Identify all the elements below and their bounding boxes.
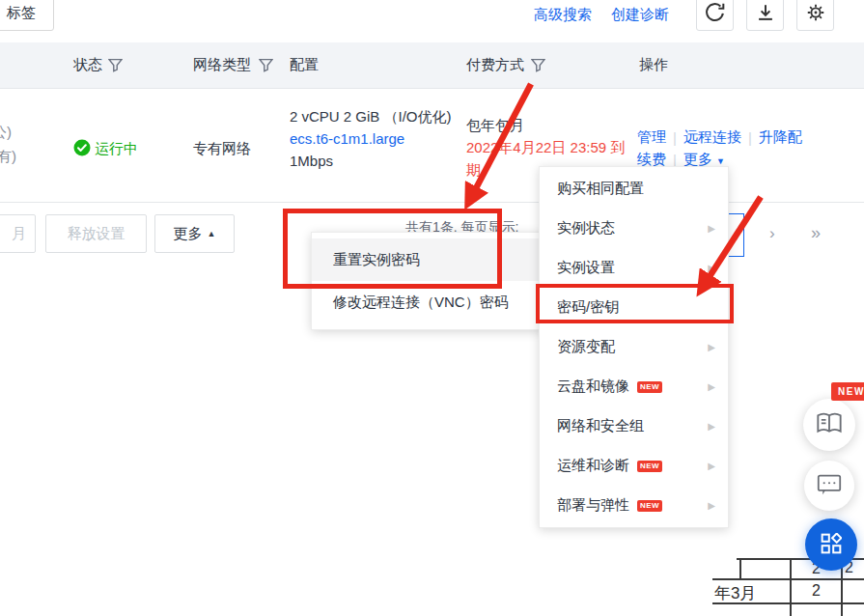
menu-item-deploy-elasticity[interactable]: 部署与弹性 NEW ▶ bbox=[540, 486, 728, 525]
gear-icon bbox=[805, 2, 826, 26]
chevron-up-icon: ▲ bbox=[208, 229, 216, 238]
billing-filter-icon[interactable] bbox=[531, 58, 545, 75]
submenu-arrow-icon: ▶ bbox=[708, 421, 715, 432]
ip-private-fragment: 私有) bbox=[0, 148, 16, 166]
config-cell: 2 vCPU 2 GiB （I/O优化) ecs.t6-c1m1.large 1… bbox=[290, 105, 452, 172]
menu-item-instance-settings[interactable]: 实例设置 ▶ bbox=[540, 248, 728, 288]
billing-method: 包年包月 bbox=[466, 114, 635, 136]
bandwidth-value: 1Mbps bbox=[290, 150, 452, 172]
menu-item-change-vnc-password[interactable]: 修改远程连接（VNC）密码 bbox=[312, 281, 543, 323]
last-page-icon[interactable]: » bbox=[811, 223, 821, 243]
header-billing: 付费方式 bbox=[466, 56, 524, 74]
menu-item-ops-diagnosis[interactable]: 运维和诊断 NEW ▶ bbox=[540, 446, 728, 486]
current-page-button[interactable] bbox=[727, 213, 744, 257]
submenu-arrow-icon: ▶ bbox=[708, 263, 715, 273]
tab-tags[interactable]: 标签 bbox=[0, 0, 54, 31]
download-button[interactable] bbox=[746, 0, 784, 31]
remote-connect-link[interactable]: 远程连接 bbox=[683, 128, 741, 147]
header-network-type: 网络类型 bbox=[193, 56, 251, 74]
submenu-arrow-icon: ▶ bbox=[708, 461, 715, 471]
ecs-console-screen: 标签 高级搜索 创建诊断 状态 网络类型 配置 付费方式 操作 bbox=[0, 0, 864, 616]
menu-item-buy-same-config[interactable]: 购买相同配置 bbox=[540, 169, 728, 209]
feedback-chat-icon bbox=[817, 473, 842, 499]
submenu-arrow-icon: ▶ bbox=[708, 381, 715, 392]
chevron-down-icon: ▼ bbox=[716, 156, 725, 166]
docs-button[interactable] bbox=[803, 399, 855, 451]
quick-entry-grid-icon bbox=[821, 533, 842, 557]
advanced-search-link[interactable]: 高级搜索 bbox=[534, 6, 592, 24]
running-check-icon bbox=[73, 139, 91, 159]
new-badge: NEW bbox=[637, 500, 662, 512]
menu-item-password-keypair[interactable]: 密码/密钥 bbox=[540, 288, 728, 327]
tab-tags-label: 标签 bbox=[7, 4, 36, 22]
create-diagnosis-link[interactable]: 创建诊断 bbox=[611, 6, 669, 24]
submenu-arrow-icon: ▶ bbox=[708, 342, 715, 352]
feedback-button[interactable] bbox=[804, 461, 854, 511]
status-running-label: 运行中 bbox=[95, 140, 138, 158]
release-settings-button[interactable]: 释放设置 bbox=[45, 214, 147, 253]
new-badge: NEW bbox=[637, 381, 662, 393]
docs-book-icon bbox=[816, 412, 843, 438]
ip-public-fragment: 公) bbox=[0, 124, 12, 142]
instance-type-link[interactable]: ecs.t6-c1m1.large bbox=[290, 130, 404, 147]
new-badge: NEW bbox=[637, 461, 662, 472]
floating-new-badge: NEW bbox=[831, 382, 864, 401]
separator: | bbox=[673, 129, 677, 146]
refresh-button[interactable] bbox=[696, 0, 734, 31]
submenu-arrow-icon: ▶ bbox=[708, 500, 715, 511]
submenu-arrow-icon: ▶ bbox=[708, 223, 715, 234]
header-status: 状态 bbox=[73, 56, 102, 74]
header-config: 配置 bbox=[290, 56, 319, 74]
menu-item-instance-status[interactable]: 实例状态 ▶ bbox=[540, 209, 728, 248]
next-page-icon[interactable]: › bbox=[769, 224, 775, 243]
config-spec: 2 vCPU 2 GiB （I/O优化) bbox=[290, 105, 452, 127]
menu-item-resource-change[interactable]: 资源变配 ▶ bbox=[540, 327, 728, 367]
spreadsheet-cell: 年3月 bbox=[712, 582, 788, 604]
spreadsheet-cell: 2 bbox=[792, 582, 841, 600]
manage-link[interactable]: 管理 bbox=[637, 128, 666, 147]
footer-more-button[interactable]: 更多 ▲ bbox=[154, 214, 235, 253]
menu-item-disk-image[interactable]: 云盘和镜像 NEW ▶ bbox=[540, 367, 728, 406]
network-type-value: 专有网络 bbox=[193, 140, 251, 158]
resize-link[interactable]: 升降配 bbox=[759, 128, 802, 147]
status-filter-icon[interactable] bbox=[108, 58, 123, 75]
cut-off-button[interactable]: 月 bbox=[0, 214, 36, 253]
password-dropdown-menu: 重置实例密码 修改远程连接（VNC）密码 bbox=[311, 232, 543, 330]
header-actions: 操作 bbox=[639, 56, 668, 74]
settings-button[interactable] bbox=[796, 0, 834, 31]
table-header-row: 状态 网络类型 配置 付费方式 操作 bbox=[0, 42, 864, 89]
refresh-icon bbox=[704, 1, 726, 26]
row-actions-line1: 管理 | 远程连接 | 升降配 bbox=[637, 128, 802, 147]
download-icon bbox=[755, 2, 776, 26]
more-dropdown-menu: 购买相同配置 实例状态 ▶ 实例设置 ▶ 密码/密钥 资源变配 ▶ 云盘和镜像 … bbox=[539, 166, 729, 528]
network-filter-icon[interactable] bbox=[259, 58, 273, 75]
separator: | bbox=[748, 129, 752, 146]
menu-item-network-security-group[interactable]: 网络和安全组 ▶ bbox=[540, 406, 728, 446]
quick-entry-button[interactable] bbox=[805, 518, 857, 571]
menu-item-reset-instance-password[interactable]: 重置实例密码 bbox=[312, 238, 543, 281]
